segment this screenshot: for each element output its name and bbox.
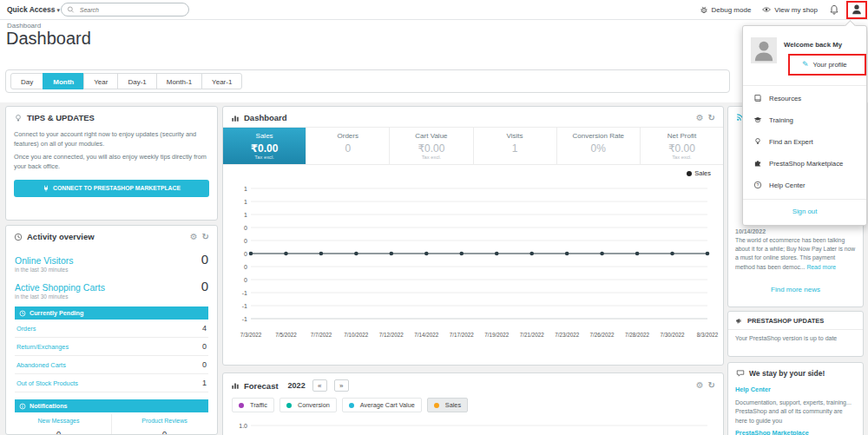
active-carts-value: 0 — [201, 279, 208, 293]
support-description: Documentation, support, experts, trainin… — [735, 399, 852, 424]
returns-link[interactable]: Return/Exchanges — [16, 343, 69, 351]
metric-orders[interactable]: Orders 0 — [306, 128, 390, 164]
active-carts-subtext: in the last 30 minutes — [15, 293, 208, 300]
svg-text:1: 1 — [244, 212, 247, 218]
prestashop-admin-dashboard: Quick Access▾ Debug mode View my shop — [0, 0, 868, 435]
notifications-header: Notifications — [15, 399, 208, 412]
product-reviews-count: 0 — [112, 431, 217, 435]
menu-item-resources[interactable]: Resources — [753, 92, 801, 104]
tips-updates-panel: TIPS & UPDATES Connect to your account r… — [5, 106, 218, 221]
abandoned-carts-count: 0 — [202, 360, 207, 369]
tab-year[interactable]: Year — [83, 73, 118, 89]
menu-item-training[interactable]: Training — [753, 114, 793, 126]
svg-text:0: 0 — [244, 238, 247, 244]
tab-month[interactable]: Month — [43, 73, 84, 89]
pending-row-abandoned-carts: Abandoned Carts 0 — [15, 356, 208, 374]
menu-item-prestashop-marketplace[interactable]: PrestaShop Marketplace — [753, 157, 843, 169]
profile-avatar-button[interactable] — [851, 3, 863, 16]
svg-text:?: ? — [757, 182, 760, 188]
svg-text:1.0: 1.0 — [239, 423, 247, 429]
tab-day[interactable]: Day — [10, 73, 43, 89]
gear-icon[interactable]: ⚙ — [696, 114, 704, 122]
read-more-link[interactable]: Read more — [806, 264, 836, 270]
metric-label: Conversion Rate — [557, 132, 640, 140]
svg-text:0: 0 — [244, 251, 247, 257]
menu-item-label: Help Center — [769, 181, 806, 189]
avatar-icon — [851, 3, 863, 16]
online-visitors-label[interactable]: Online Visitors — [15, 255, 74, 266]
out-of-stock-link[interactable]: Out of Stock Products — [16, 379, 78, 387]
fast-forward-icon[interactable]: » — [334, 379, 349, 392]
fast-backward-icon[interactable]: « — [312, 379, 327, 392]
notifications-button[interactable] — [829, 4, 839, 15]
debug-mode-button[interactable]: Debug mode — [700, 5, 752, 14]
metric-value: ₹0.00 — [641, 142, 723, 155]
product-reviews-link[interactable]: Product Reviews — [112, 418, 217, 424]
metric-value: ₹0.00 — [223, 142, 306, 155]
profile-avatar-image — [751, 37, 777, 63]
search-box[interactable] — [61, 3, 189, 16]
avg-cart-dot-icon — [349, 403, 354, 408]
metric-visits[interactable]: Visits 1 — [474, 128, 557, 164]
metric-net-profit[interactable]: Net Profit ₹0.00 Tax excl. — [641, 128, 723, 164]
lightbulb-icon — [753, 137, 762, 146]
legend-conversion-label: Conversion — [298, 401, 330, 409]
legend-average-cart-value[interactable]: Average Cart Value — [342, 398, 422, 412]
legend-sales[interactable]: Sales — [427, 398, 468, 412]
legend-traffic[interactable]: Traffic — [232, 398, 274, 412]
new-messages-link[interactable]: New Messages — [6, 418, 111, 424]
legend-conversion[interactable]: Conversion — [279, 398, 337, 412]
metric-cart-value[interactable]: Cart Value ₹0.00 Tax excl. — [390, 128, 473, 164]
svg-text:1: 1 — [244, 186, 247, 192]
metric-sales[interactable]: Sales ₹0.00 Tax excl. — [223, 128, 306, 164]
book-icon — [753, 94, 762, 102]
svg-text:0: 0 — [244, 264, 247, 270]
tab-day-minus-1[interactable]: Day-1 — [117, 73, 156, 89]
refresh-icon[interactable]: ↻ — [202, 233, 209, 241]
metric-conversion-rate[interactable]: Conversion Rate 0% — [557, 128, 641, 164]
active-carts-label[interactable]: Active Shopping Carts — [15, 282, 105, 293]
traffic-dot-icon — [239, 403, 244, 408]
pending-row-out-of-stock: Out of Stock Products 1 — [15, 374, 208, 392]
gear-icon[interactable]: ⚙ — [190, 233, 198, 241]
dashboard-panel-title: Dashboard — [244, 113, 287, 122]
dashboard-panel: Dashboard ⚙ ↻ Sales ₹0.00 Tax excl. Orde… — [222, 106, 724, 366]
quick-access-dropdown[interactable]: Quick Access▾ — [7, 0, 60, 19]
sign-out-link[interactable]: Sign out — [743, 208, 866, 215]
forecast-panel: Forecast 2022 « » ⚙ ↻ Traffic Conversion… — [222, 372, 724, 435]
abandoned-carts-link[interactable]: Abandoned Carts — [16, 361, 66, 369]
forecast-line-chart: 1.00.5 — [228, 418, 718, 435]
search-input[interactable] — [78, 6, 183, 14]
gear-icon[interactable]: ⚙ — [696, 381, 704, 390]
metric-label: Net Profit — [641, 132, 723, 140]
search-icon — [67, 5, 75, 14]
tab-month-minus-1[interactable]: Month-1 — [156, 73, 202, 89]
legend-sales-label: Sales — [445, 401, 461, 409]
metric-label: Sales — [223, 132, 306, 140]
refresh-icon[interactable]: ↻ — [708, 381, 715, 390]
your-profile-button[interactable]: ✎ Your profile — [802, 61, 847, 69]
view-my-shop-button[interactable]: View my shop — [762, 5, 818, 14]
chevron-down-icon: ▾ — [56, 7, 60, 13]
orders-link[interactable]: Orders — [16, 325, 36, 333]
menu-item-find-an-expert[interactable]: Find an Expert — [753, 135, 813, 148]
top-bar: Quick Access▾ Debug mode View my shop — [0, 0, 868, 20]
sales-chart-legend: Sales — [223, 165, 723, 177]
tips-paragraph-1: Connect to your account right now to enj… — [14, 130, 209, 149]
menu-item-help-center[interactable]: ? Help Center — [753, 179, 806, 191]
topbar-right-group: Debug mode View my shop — [700, 0, 863, 19]
find-more-news-link[interactable]: Find more news — [728, 286, 863, 293]
currently-pending-header: Currently Pending — [15, 306, 208, 320]
date-range-tab-bar: Day Month Year Day-1 Month-1 Year-1 — [5, 69, 730, 93]
tab-year-minus-1[interactable]: Year-1 — [201, 73, 242, 89]
online-visitors-subtext: in the last 30 minutes — [15, 267, 208, 273]
bar-chart-icon — [231, 381, 240, 390]
kpi-metric-row: Sales ₹0.00 Tax excl. Orders 0 Cart Valu… — [223, 127, 723, 165]
prestashop-marketplace-link[interactable]: PrestaShop Marketplace — [735, 429, 856, 435]
bug-icon — [700, 5, 708, 14]
refresh-icon[interactable]: ↻ — [708, 114, 715, 122]
metric-label: Visits — [474, 132, 556, 140]
metric-value: ₹0.00 — [390, 142, 472, 155]
connect-marketplace-button[interactable]: CONNECT TO PRESTASHOP MARKETPLACE — [14, 180, 209, 197]
help-center-link[interactable]: Help Center — [735, 386, 856, 395]
